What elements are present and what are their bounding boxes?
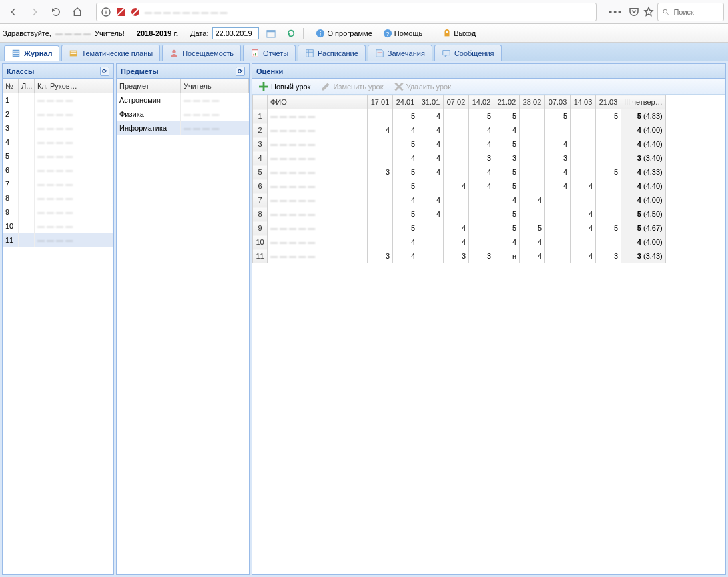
grade-cell[interactable] bbox=[368, 179, 393, 193]
grade-cell[interactable]: 3 bbox=[444, 249, 469, 263]
grade-cell[interactable]: 4 bbox=[418, 137, 444, 151]
grade-cell[interactable] bbox=[368, 235, 393, 249]
col-date[interactable]: 24.01 bbox=[393, 95, 418, 109]
date-picker-button[interactable] bbox=[263, 27, 279, 40]
grade-cell[interactable]: 4 bbox=[494, 235, 520, 249]
home-button[interactable] bbox=[68, 3, 87, 21]
grade-cell[interactable] bbox=[571, 151, 596, 165]
browser-search-input[interactable] bbox=[672, 7, 719, 17]
grade-cell[interactable] bbox=[596, 235, 621, 249]
grade-cell[interactable]: 5 bbox=[494, 109, 520, 123]
date-input[interactable] bbox=[212, 27, 259, 39]
grade-cell[interactable] bbox=[469, 193, 494, 207]
grade-cell[interactable]: 4 bbox=[469, 165, 494, 179]
tab-4[interactable]: Расписание bbox=[298, 45, 366, 61]
grade-cell[interactable]: 4 bbox=[418, 123, 444, 137]
grade-cell[interactable]: 5 bbox=[393, 179, 418, 193]
url-bar[interactable]: — — — — — — — — — bbox=[96, 3, 597, 21]
tracking-icon[interactable] bbox=[115, 7, 126, 17]
col-date[interactable]: 14.02 bbox=[469, 95, 494, 109]
grade-cell[interactable]: 3 bbox=[494, 151, 520, 165]
class-row[interactable]: 5— — — — bbox=[3, 149, 113, 163]
grade-cell[interactable] bbox=[545, 249, 571, 263]
grade-cell[interactable] bbox=[520, 123, 545, 137]
grade-cell[interactable]: 5 bbox=[393, 137, 418, 151]
page-actions-icon[interactable]: ••• bbox=[606, 7, 625, 17]
grade-cell[interactable] bbox=[469, 235, 494, 249]
class-row[interactable]: 11— — — — bbox=[3, 233, 113, 247]
grade-cell[interactable]: 4 bbox=[545, 179, 571, 193]
grade-cell[interactable]: 4 bbox=[571, 207, 596, 221]
permissions-icon[interactable] bbox=[130, 7, 141, 17]
grade-cell[interactable] bbox=[545, 207, 571, 221]
col-date[interactable]: 07.03 bbox=[545, 95, 571, 109]
pocket-icon[interactable] bbox=[628, 6, 640, 18]
grade-cell[interactable]: 4 bbox=[418, 109, 444, 123]
col-subject[interactable]: Предмет bbox=[117, 79, 181, 93]
grades-table-wrap[interactable]: ФИО17.0124.0131.0107.0214.0221.0228.0207… bbox=[252, 95, 725, 574]
grade-cell[interactable]: 4 bbox=[571, 249, 596, 263]
grade-cell[interactable]: 4 bbox=[444, 235, 469, 249]
grade-cell[interactable]: 5 bbox=[494, 165, 520, 179]
grade-cell[interactable] bbox=[596, 151, 621, 165]
grade-cell[interactable] bbox=[444, 137, 469, 151]
grade-cell[interactable]: 4 bbox=[520, 249, 545, 263]
classes-refresh-button[interactable]: ⟳ bbox=[100, 67, 109, 76]
browser-search-box[interactable] bbox=[657, 3, 724, 21]
grade-cell[interactable] bbox=[469, 207, 494, 221]
grade-cell[interactable]: 4 bbox=[393, 249, 418, 263]
grade-cell[interactable] bbox=[444, 109, 469, 123]
grade-cell[interactable] bbox=[571, 109, 596, 123]
grade-cell[interactable]: 4 bbox=[545, 165, 571, 179]
grade-row[interactable]: 11— — — — —3433н4433 (3.43) bbox=[253, 249, 666, 263]
grade-cell[interactable]: 5 bbox=[596, 221, 621, 235]
grade-cell[interactable]: 5 bbox=[469, 109, 494, 123]
col-date[interactable]: 31.01 bbox=[418, 95, 444, 109]
grade-cell[interactable]: 5 bbox=[596, 109, 621, 123]
grade-row[interactable]: 7— — — — —44444 (4.00) bbox=[253, 193, 666, 207]
grade-cell[interactable] bbox=[571, 193, 596, 207]
grade-cell[interactable] bbox=[520, 109, 545, 123]
tab-1[interactable]: Тематические планы bbox=[61, 45, 160, 61]
bookmark-star-icon[interactable] bbox=[643, 6, 655, 18]
grade-cell[interactable] bbox=[596, 123, 621, 137]
grade-cell[interactable] bbox=[571, 165, 596, 179]
grade-cell[interactable] bbox=[520, 137, 545, 151]
grade-cell[interactable]: 4 bbox=[444, 221, 469, 235]
grade-cell[interactable]: 5 bbox=[545, 109, 571, 123]
grade-cell[interactable]: 4 bbox=[469, 123, 494, 137]
grade-cell[interactable] bbox=[520, 165, 545, 179]
grade-cell[interactable] bbox=[571, 137, 596, 151]
grade-cell[interactable] bbox=[368, 109, 393, 123]
grade-cell[interactable]: 4 bbox=[444, 179, 469, 193]
tab-2[interactable]: Посещаемость bbox=[162, 45, 241, 61]
col-date[interactable]: 07.02 bbox=[444, 95, 469, 109]
grade-cell[interactable] bbox=[444, 151, 469, 165]
class-row[interactable]: 10— — — — bbox=[3, 219, 113, 233]
col-date[interactable]: 21.03 bbox=[596, 95, 621, 109]
grade-row[interactable]: 3— — — — —544544 (4.40) bbox=[253, 137, 666, 151]
grade-row[interactable]: 9— — — — —5455455 (4.67) bbox=[253, 221, 666, 235]
grade-cell[interactable] bbox=[596, 207, 621, 221]
grade-cell[interactable] bbox=[545, 221, 571, 235]
grade-cell[interactable]: 5 bbox=[393, 109, 418, 123]
grade-cell[interactable] bbox=[418, 249, 444, 263]
grade-cell[interactable] bbox=[520, 207, 545, 221]
grade-cell[interactable] bbox=[571, 235, 596, 249]
col-number[interactable]: № bbox=[3, 79, 19, 93]
back-button[interactable] bbox=[4, 3, 23, 21]
grade-cell[interactable]: 4 bbox=[545, 137, 571, 151]
grade-cell[interactable] bbox=[368, 193, 393, 207]
refresh-date-button[interactable] bbox=[283, 27, 299, 40]
grade-cell[interactable]: н bbox=[494, 249, 520, 263]
col-fio[interactable]: ФИО bbox=[268, 95, 368, 109]
grade-cell[interactable] bbox=[596, 137, 621, 151]
grade-cell[interactable] bbox=[368, 207, 393, 221]
class-row[interactable]: 8— — — — bbox=[3, 191, 113, 205]
grade-row[interactable]: 4— — — — —443333 (3.40) bbox=[253, 151, 666, 165]
class-row[interactable]: 2— — — — bbox=[3, 107, 113, 121]
grade-cell[interactable] bbox=[469, 221, 494, 235]
grade-cell[interactable]: 4 bbox=[571, 179, 596, 193]
forward-button[interactable] bbox=[25, 3, 44, 21]
class-row[interactable]: 3— — — — bbox=[3, 121, 113, 135]
